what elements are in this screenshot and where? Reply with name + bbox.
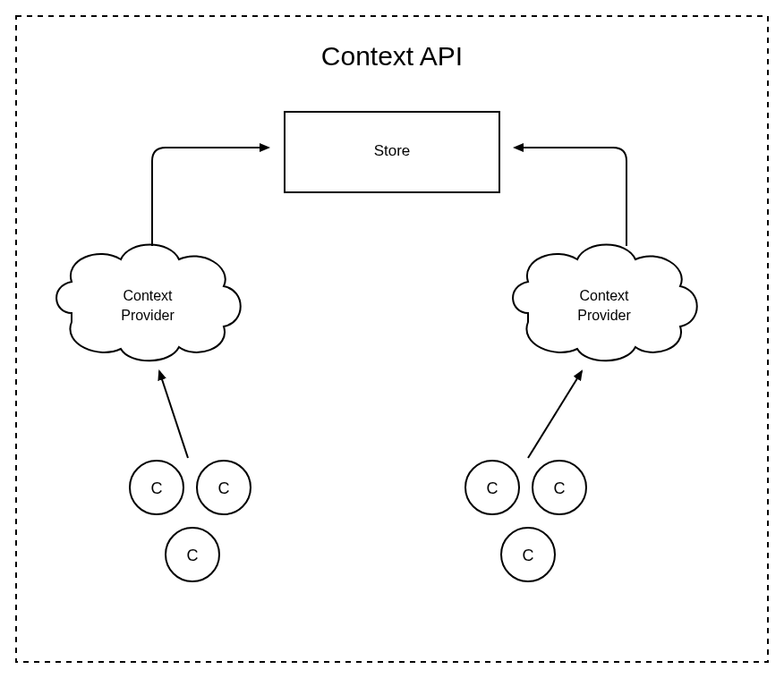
provider-left-label-1: Context	[123, 288, 173, 303]
context-provider-left: Context Provider	[56, 245, 241, 361]
provider-left-label-2: Provider	[121, 308, 175, 323]
arrow-right-components-to-provider	[528, 371, 582, 458]
provider-right-label-1: Context	[579, 288, 629, 303]
arrow-left-components-to-provider	[159, 371, 188, 458]
component-label: C	[218, 479, 230, 497]
arrow-left-provider-to-store	[152, 148, 268, 246]
component-label: C	[487, 479, 499, 497]
diagram-canvas: Context API Store Context Provider Conte…	[0, 0, 784, 678]
component-label: C	[187, 547, 199, 564]
provider-right-label-2: Provider	[577, 308, 631, 323]
component-label: C	[151, 479, 163, 497]
store-label: Store	[374, 142, 411, 159]
store-node: Store	[285, 112, 499, 192]
arrow-right-provider-to-store	[515, 148, 626, 246]
context-provider-right: Context Provider	[513, 245, 697, 361]
component-label: C	[523, 547, 534, 564]
components-left: C C C	[130, 461, 251, 581]
diagram-title: Context API	[321, 41, 463, 71]
component-label: C	[554, 479, 566, 497]
components-right: C C C	[465, 461, 586, 581]
